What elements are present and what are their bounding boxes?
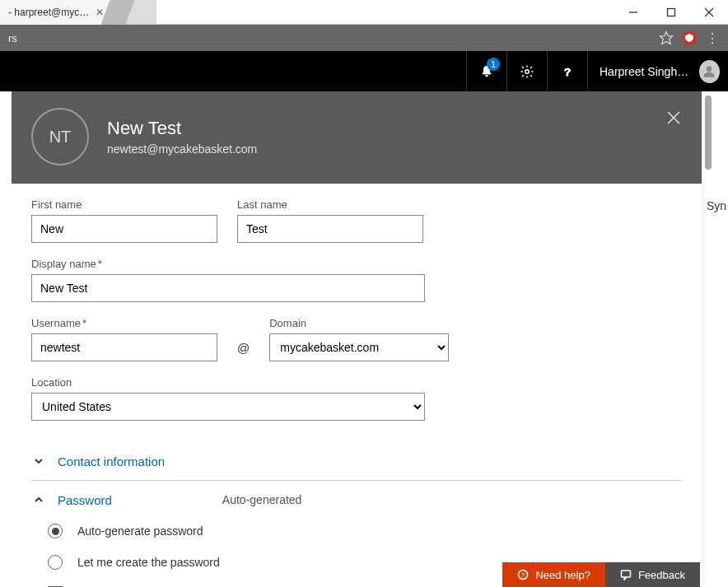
- user-name: Harpreet Singh W...: [600, 65, 691, 78]
- panel-scrollbar[interactable]: [705, 96, 712, 170]
- panel-avatar: NT: [31, 108, 89, 165]
- avatar-initials: NT: [49, 128, 72, 147]
- panel-close-button[interactable]: [660, 105, 687, 131]
- radio-manual-label: Let me create the password: [77, 556, 220, 569]
- location-label: Location: [31, 376, 425, 389]
- at-separator: @: [237, 341, 250, 361]
- password-section-toggle[interactable]: Password Auto-generated: [31, 492, 682, 507]
- tab-title: - harpreet@mycake: [8, 7, 91, 18]
- need-help-button[interactable]: ? Need help?: [502, 562, 605, 587]
- svg-point-5: [525, 69, 530, 73]
- password-section-subtitle: Auto-generated: [222, 493, 302, 506]
- footer-buttons: ? Need help? Feedback: [502, 562, 700, 587]
- help-button[interactable]: ?: [548, 51, 587, 91]
- settings-button[interactable]: [507, 51, 547, 91]
- notifications-button[interactable]: 1: [467, 51, 506, 91]
- contact-section: Contact information: [31, 442, 682, 480]
- contact-section-toggle[interactable]: Contact information: [31, 454, 682, 468]
- panel-header: NT New Test newtest@mycakebasket.com: [12, 91, 702, 184]
- panel-subtitle: newtest@mycakebasket.com: [107, 142, 257, 156]
- location-select[interactable]: United States: [31, 393, 425, 421]
- radio-auto-label: Auto-generate password: [77, 524, 203, 538]
- last-name-input[interactable]: [237, 215, 423, 243]
- app-top-bar: 1 ? Harpreet Singh W...: [0, 51, 728, 91]
- feedback-label: Feedback: [638, 569, 685, 581]
- address-bar[interactable]: rs ⋮: [0, 25, 728, 51]
- window-chrome: - harpreet@mycake ✕: [0, 0, 728, 25]
- username-label: Username*: [31, 317, 217, 329]
- svg-rect-12: [621, 571, 630, 577]
- extension-icon[interactable]: [682, 30, 697, 45]
- svg-point-7: [707, 66, 712, 72]
- radio-auto-generate[interactable]: [48, 524, 63, 538]
- svg-marker-4: [660, 32, 673, 44]
- page-region: Syn NT New Test newtest@mycakebasket.com…: [0, 91, 728, 587]
- need-help-label: Need help?: [535, 569, 590, 581]
- tab-strip: - harpreet@mycake ✕: [0, 0, 156, 24]
- background-fragment: Syn: [705, 196, 728, 216]
- domain-select[interactable]: mycakebasket.com: [269, 333, 449, 361]
- user-flyout-panel: NT New Test newtest@mycakebasket.com Fir…: [12, 91, 702, 587]
- star-icon[interactable]: [659, 30, 674, 45]
- display-name-label: Display name*: [31, 258, 425, 270]
- chevron-down-icon: [31, 454, 46, 468]
- window-close-button[interactable]: [690, 0, 728, 25]
- menu-icon[interactable]: ⋮: [705, 30, 720, 45]
- password-section-title: Password: [58, 493, 112, 507]
- svg-rect-1: [668, 9, 675, 16]
- last-name-label: Last name: [237, 198, 423, 211]
- username-input[interactable]: [31, 333, 217, 361]
- first-name-label: First name: [31, 198, 217, 211]
- domain-label: Domain: [269, 317, 449, 329]
- display-name-input[interactable]: [31, 274, 425, 302]
- notification-badge: 1: [487, 58, 500, 71]
- user-chip[interactable]: Harpreet Singh W...: [588, 51, 728, 91]
- password-option-auto[interactable]: Auto-generate password: [31, 524, 682, 538]
- radio-manual[interactable]: [48, 555, 63, 570]
- contact-section-title: Contact information: [58, 454, 165, 468]
- window-buttons: [614, 0, 728, 24]
- avatar-icon: [699, 60, 720, 83]
- svg-text:?: ?: [521, 571, 525, 579]
- browser-tab[interactable]: - harpreet@mycake ✕: [0, 0, 110, 25]
- panel-title: New Test: [107, 118, 257, 139]
- maximize-button[interactable]: [652, 0, 690, 25]
- panel-body: First name Last name Display name* Usern…: [12, 184, 702, 587]
- address-text: rs: [8, 32, 651, 44]
- first-name-input[interactable]: [31, 215, 217, 243]
- close-tab-icon[interactable]: ✕: [96, 7, 104, 18]
- chevron-up-icon: [31, 492, 46, 507]
- feedback-button[interactable]: Feedback: [605, 562, 700, 587]
- minimize-button[interactable]: [614, 0, 652, 25]
- svg-text:?: ?: [564, 65, 571, 77]
